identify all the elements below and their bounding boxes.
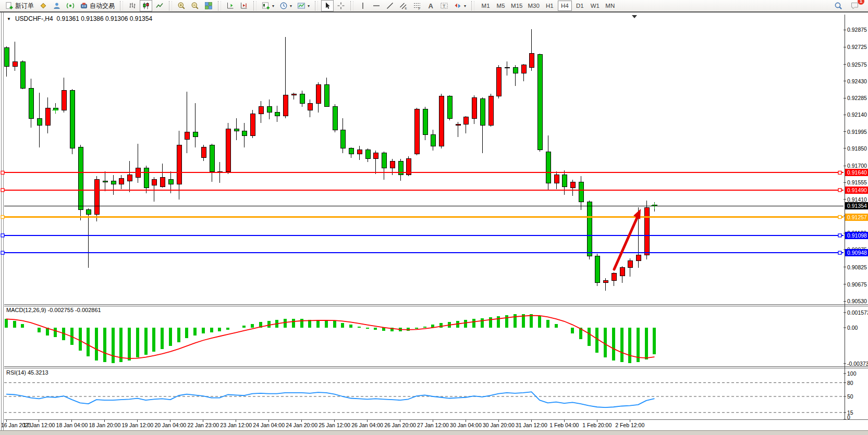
dropdown-caret-icon: ▾ (290, 4, 292, 8)
hline-0.91490[interactable] (1, 189, 843, 192)
svg-text:31 Jan 12:00: 31 Jan 12:00 (516, 422, 547, 428)
community-button[interactable] (51, 0, 63, 11)
trendline-icon (386, 2, 394, 10)
bar-chart-button[interactable] (126, 0, 139, 11)
auto-scroll-icon (226, 2, 235, 10)
tf-d1-button[interactable]: D1 (573, 1, 587, 11)
signals-icon (66, 2, 75, 10)
svg-text:18 Jan 20:00: 18 Jan 20:00 (89, 422, 121, 428)
svg-text:0.00: 0.00 (847, 325, 858, 331)
notifications-button[interactable]: 1 (849, 0, 861, 11)
cursor-button[interactable] (321, 0, 334, 11)
svg-text:80: 80 (847, 380, 853, 386)
dropdown-caret-icon: ▾ (272, 4, 274, 8)
svg-text:30 Jan 04:00: 30 Jan 04:00 (450, 422, 482, 428)
svg-text:0.91555: 0.91555 (847, 179, 867, 185)
toolbar-grip (120, 1, 123, 10)
chart-title: ▼ USDCHF-,H4 0.91361 0.91386 0.91306 0.9… (7, 15, 152, 22)
hline-0.90948[interactable] (1, 251, 843, 254)
toolbar-grip (471, 1, 474, 10)
chart-shift-marker[interactable] (632, 15, 637, 18)
chart-shift-button[interactable] (238, 0, 250, 11)
periods-button[interactable]: ▾ (277, 0, 294, 11)
tf-h4-button[interactable]: H4 (558, 1, 572, 11)
hline-0.91640[interactable] (1, 171, 843, 174)
tf-w1-button[interactable]: W1 (588, 1, 602, 11)
svg-text:0.91098: 0.91098 (847, 232, 867, 239)
tile-windows-button[interactable] (202, 0, 215, 11)
svg-text:0.90948: 0.90948 (847, 250, 867, 256)
hline-0.91257[interactable] (1, 216, 843, 219)
vertical-line-button[interactable] (357, 0, 369, 11)
svg-text:26 Jan 20:00: 26 Jan 20:00 (384, 422, 416, 428)
svg-text:0.91850: 0.91850 (847, 145, 867, 152)
svg-text:19 Jan 12:00: 19 Jan 12:00 (121, 422, 153, 428)
svg-text:-0.003733: -0.003733 (847, 361, 868, 367)
notification-badge: 1 (858, 0, 864, 5)
toolbar-grip (315, 1, 318, 10)
price-tag-0.91354: 0.91354 (845, 202, 868, 209)
price-tag-0.91098: 0.91098 (845, 232, 868, 239)
equidistant-channel-button[interactable]: E (397, 0, 410, 11)
text-button[interactable]: A (424, 0, 437, 11)
svg-text:0.90675: 0.90675 (847, 281, 867, 288)
zoom-out-icon (191, 2, 199, 10)
tf-h1-button[interactable]: H1 (543, 1, 557, 11)
svg-text:23 Jan 12:00: 23 Jan 12:00 (220, 422, 252, 428)
zoom-out-button[interactable] (189, 0, 201, 11)
tf-m15-button[interactable]: M15 (509, 1, 524, 11)
arrows-button[interactable]: ▾ (451, 0, 468, 11)
auto-trading-button[interactable]: 自动交易 (78, 0, 117, 11)
tf-mn-button[interactable]: MN (603, 1, 617, 11)
symbol-dropdown-icon[interactable]: ▼ (7, 17, 11, 21)
new-order-button[interactable]: 新订单 (3, 0, 36, 11)
candlestick-icon (142, 2, 150, 10)
crosshair-button[interactable] (335, 0, 347, 11)
status-bar (0, 430, 868, 435)
trendline-button[interactable] (384, 0, 396, 11)
search-button[interactable] (832, 0, 845, 11)
cursor-icon (323, 2, 332, 10)
svg-text:0.92430: 0.92430 (847, 78, 867, 84)
signals-button[interactable] (64, 0, 77, 11)
hline-0.91098[interactable] (1, 234, 843, 237)
text-label-button[interactable]: T (438, 0, 450, 11)
dropdown-caret-icon: ▾ (464, 4, 466, 8)
svg-text:0.91257: 0.91257 (847, 214, 867, 220)
svg-text:0.90825: 0.90825 (847, 264, 867, 270)
text-label-icon: T (440, 2, 448, 10)
toolbar-grip (253, 1, 256, 10)
toolbar-grip (169, 1, 172, 10)
svg-text:27 Jan 12:00: 27 Jan 12:00 (417, 422, 449, 428)
chart-shift-icon (240, 2, 248, 10)
toolbar-grip (218, 1, 221, 10)
svg-text:0.92725: 0.92725 (847, 44, 867, 50)
new-chart-button[interactable]: ▾ (260, 0, 276, 11)
svg-text:26 Jan 04:00: 26 Jan 04:00 (351, 422, 383, 428)
svg-text:0.91995: 0.91995 (847, 129, 867, 135)
vline-icon (359, 2, 367, 10)
zoom-in-button[interactable] (175, 0, 188, 11)
line-chart-button[interactable] (153, 0, 166, 11)
svg-text:50: 50 (847, 393, 853, 400)
new-order-icon (5, 2, 14, 10)
tile-windows-icon (204, 2, 213, 10)
equidistant-channel-icon: E (399, 2, 408, 10)
svg-text:0.91410: 0.91410 (847, 196, 867, 203)
line-chart-icon (155, 2, 164, 10)
auto-scroll-button[interactable] (224, 0, 237, 11)
market-watch-button[interactable] (37, 0, 50, 11)
periods-clock-icon (279, 2, 288, 10)
arrows-icon (454, 2, 462, 10)
templates-button[interactable]: ▾ (295, 0, 312, 11)
fibonacci-button[interactable]: F (411, 0, 423, 11)
svg-text:17 Jan 12:00: 17 Jan 12:00 (23, 422, 55, 428)
tf-m5-button[interactable]: M5 (494, 1, 508, 11)
candlestick-chart-button[interactable] (140, 0, 152, 11)
auto-trading-label: 自动交易 (90, 2, 115, 10)
tf-m1-button[interactable]: M1 (479, 1, 493, 11)
new-order-label: 新订单 (15, 2, 34, 10)
tf-m30-button[interactable]: M30 (525, 1, 541, 11)
horizontal-line-button[interactable] (370, 0, 383, 11)
chart-canvas[interactable]: 0.928750.927250.925750.924300.922850.921… (0, 0, 868, 435)
